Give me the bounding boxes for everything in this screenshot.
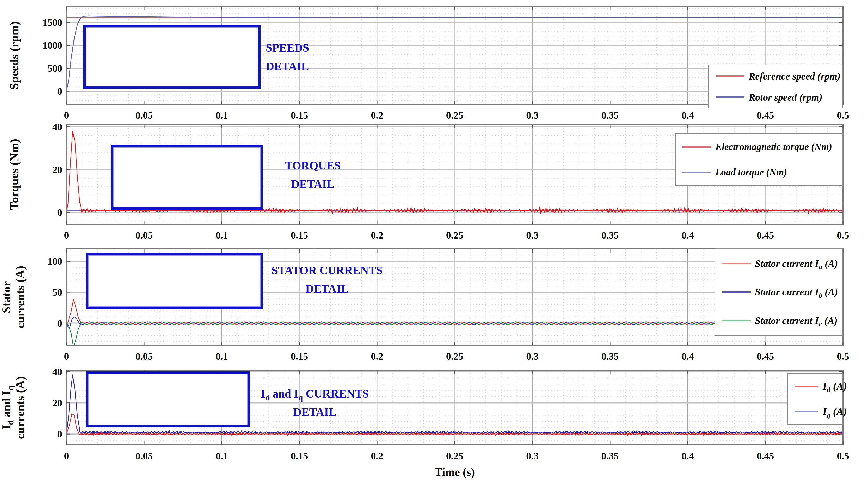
x-tick-label: 0 (64, 451, 69, 461)
x-tick-label: 0.3 (526, 351, 538, 362)
torques-detail-inset (111, 145, 263, 210)
speeds-detail-inset (83, 25, 260, 89)
x-tick-label: 0.05 (135, 230, 153, 241)
y-tick-label: 0 (57, 207, 62, 218)
caption-line: STATOR CURRENTS (270, 261, 384, 280)
y-axis-label-speeds: Speeds (rpm) (7, 21, 21, 90)
subscript: d (827, 386, 831, 394)
x-axis-label: Time (s) (376, 465, 533, 479)
legend-item: Electromagnetic torque (Nm) (682, 141, 842, 152)
legend-torques: Electromagnetic torque (Nm)Load torque (… (675, 133, 843, 186)
y-tick-label: 0 (57, 429, 62, 439)
x-tick-label: 0.5 (837, 230, 849, 241)
legend-line-swatch (722, 291, 751, 293)
x-tick-label: 0.15 (291, 451, 308, 461)
x-tick-label: 0.25 (446, 451, 464, 461)
caption-line: DETAIL (251, 403, 379, 422)
subscript: d (265, 393, 270, 402)
y-tick-label: 40 (52, 366, 62, 377)
stator-detail-inset (86, 253, 263, 309)
x-tick-label: 0.35 (601, 451, 619, 461)
subscript: a (819, 263, 822, 271)
legend-item: Load torque (Nm) (682, 166, 842, 178)
caption-stator-detail: STATOR CURRENTSDETAIL (270, 261, 384, 299)
x-tick-label: 0.1 (216, 110, 228, 121)
x-tick-label: 0.3 (526, 230, 538, 241)
x-tick-label: 0.1 (216, 351, 228, 362)
x-tick-label: 0.15 (291, 230, 308, 241)
x-tick-label: 0.2 (371, 110, 383, 121)
subscript: q (827, 411, 831, 419)
caption-dq-detail: Id and Iq CURRENTSDETAIL (251, 385, 379, 422)
x-tick-label: 0.25 (446, 110, 464, 121)
x-tick-label: 0.25 (446, 351, 464, 362)
x-tick-label: 0.25 (446, 230, 464, 241)
y-tick-label: 1000 (42, 40, 62, 51)
x-tick-label: 0.5 (837, 110, 849, 121)
caption-line: DETAIL (270, 280, 384, 298)
y-tick-label: 20 (52, 164, 62, 175)
legend-line-swatch (716, 75, 744, 77)
y-axis-label-dq: Id and Iqcurrents (A) (0, 376, 27, 439)
legend-label: Stator current Ia (A) (755, 258, 838, 269)
x-tick-label: 0 (64, 351, 69, 362)
x-tick-label: 0.4 (681, 110, 694, 121)
caption-line: SPEEDS (266, 38, 378, 57)
caption-line: TORQUES (270, 156, 356, 175)
legend-label: Id (A) (823, 380, 847, 392)
caption-speeds-detail: SPEEDSDETAIL (266, 38, 378, 76)
y-axis-label-stator: Statorcurrents (A) (0, 266, 27, 329)
legend-dq: Id (A)Iq (A) (787, 373, 843, 425)
legend-item: Stator current Ia (A) (722, 258, 842, 269)
y-tick-label: 20 (52, 398, 62, 408)
x-tick-label: 0.45 (757, 351, 774, 362)
x-tick-label: 0.35 (601, 351, 619, 362)
legend-item: Reference speed (rpm) (716, 70, 842, 82)
y-tick-label: 500 (48, 63, 62, 74)
subscript: c (819, 320, 822, 328)
legend-item: Rotor speed (rpm) (716, 91, 842, 103)
subscript: q (298, 393, 303, 402)
y-tick-label: 40 (52, 121, 62, 132)
y-tick-label: 50 (52, 287, 62, 298)
dq-detail-inset (86, 371, 250, 427)
legend-line-swatch (716, 96, 744, 98)
legend-label: Stator current Ic (A) (755, 315, 838, 326)
x-tick-label: 0.1 (216, 230, 228, 241)
x-tick-label: 0.3 (526, 451, 538, 461)
caption-line: DETAIL (270, 175, 356, 193)
y-tick-label: 100 (48, 256, 62, 267)
x-tick-label: 0.5 (837, 351, 849, 362)
legend-stator: Stator current Ia (A)Stator current Ib (… (715, 248, 843, 336)
legend-label: Stator current Ib (A) (755, 286, 838, 298)
subscript: b (819, 292, 822, 300)
caption-torques-detail: TORQUESDETAIL (270, 156, 356, 194)
legend-label: Load torque (Nm) (715, 166, 787, 178)
legend-item: Iq (A) (795, 405, 842, 418)
legend-label: Iq (A) (823, 405, 847, 418)
legend-line-swatch (795, 386, 818, 387)
x-tick-label: 0.5 (837, 451, 849, 461)
legend-line-swatch (682, 172, 711, 173)
x-tick-label: 0 (64, 230, 69, 241)
legend-line-swatch (795, 411, 818, 412)
caption-line: DETAIL (266, 57, 378, 75)
x-tick-label: 0.35 (601, 230, 619, 241)
caption-line: Id and Iq CURRENTS (251, 385, 379, 403)
x-tick-label: 0.4 (681, 351, 694, 362)
legend-label: Reference speed (rpm) (749, 70, 840, 82)
x-tick-label: 0.05 (135, 110, 153, 121)
legend-line-swatch (682, 146, 711, 148)
legend-line-swatch (722, 263, 751, 264)
x-tick-label: 0.45 (757, 110, 774, 121)
x-tick-label: 0.4 (681, 230, 694, 241)
x-tick-label: 0.15 (291, 351, 308, 362)
x-tick-label: 0.2 (371, 351, 383, 362)
legend-item: Id (A) (795, 380, 842, 392)
x-tick-label: 0.2 (371, 230, 383, 241)
y-axis-label-torques: Torques (Nm) (7, 139, 21, 210)
x-tick-label: 0.4 (681, 451, 694, 461)
legend-label: Electromagnetic torque (Nm) (715, 141, 832, 152)
x-tick-label: 0.15 (291, 110, 308, 121)
legend-item: Stator current Ib (A) (722, 286, 842, 298)
